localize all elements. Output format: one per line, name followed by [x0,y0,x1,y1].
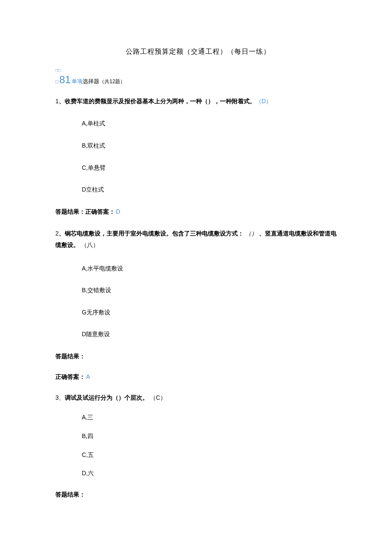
question-1-text: 1、收费车道的费额显示及报价器基本上分为两种，一种（），一种附着式。（D） [55,96,341,106]
option-letter: A, [82,120,87,127]
option-letter: D, [82,470,88,477]
option-letter: B, [82,433,87,439]
option-letter: G [82,309,86,316]
q3-option-b[interactable]: B,四 [82,432,341,441]
option-text: 双柱式 [87,142,105,149]
q3-body: 调试及试运行分为（）个层次。 [65,394,148,401]
option-letter: D [82,186,86,193]
q3-number: 3 [55,394,59,401]
option-letter: A, [82,414,87,421]
q1-option-a[interactable]: A,单柱式 [82,119,341,128]
option-text: 三 [87,414,93,421]
q2-result: 答题结果： [55,352,341,361]
option-text: 无序敷设 [86,309,110,316]
section-header: □ 81 单项 选择题 （共12题） [55,73,341,87]
option-text: 六 [88,470,94,477]
option-text: 立柱式 [86,186,104,193]
q3-sep: 、 [59,394,65,401]
q1-result-label: 答题结果：正确答案： [55,208,115,215]
section-label: 选择题 [83,78,99,85]
q3-option-d[interactable]: D,六 [82,469,341,478]
option-text: 单悬臂 [88,164,106,171]
q3-option-c[interactable]: C,五 [82,451,341,459]
section-number: 81 [59,73,71,87]
option-letter: A, [82,265,87,272]
q2-option-b[interactable]: B,交错敷设 [82,286,341,295]
q1-number: 1 [55,98,59,105]
page-title: 公路工程预算定额（交通工程）（每日一练） [55,47,341,56]
question-2: 2、铜芯电缆敷设，主要用于室外电缆敷设。包含了三种电缆敷设方式： （） 、竖直通… [55,228,341,339]
q2-correct: 正确答案：A [55,373,341,381]
marker-row-1: □□ [55,68,341,73]
q2-body1: 铜芯电缆敷设，主要用于室外电缆敷设。包含了三种电缆敷设方式： [65,230,244,237]
q1-options: A,单柱式 B,双柱式 C,单悬臂 D立柱式 [55,119,341,194]
q2-hint: （八） [81,241,99,248]
option-text: 随意敷设 [86,331,110,337]
option-text: 五 [88,451,94,458]
option-letter: B, [82,287,87,293]
option-text: 交错敷设 [87,287,111,293]
q3-options: A,三 B,四 C,五 D,六 [55,413,341,477]
question-1: 1、收费车道的费额显示及报价器基本上分为两种，一种（），一种附着式。（D） A,… [55,96,341,194]
q1-option-d[interactable]: D立柱式 [82,186,341,194]
option-text: 水平电缆敷设 [87,265,123,272]
section-prefix: 单项 [72,78,83,85]
q1-sep: 、 [59,98,65,105]
q2-options: A,水平电缆敷设 B,交错敷设 G无序敷设 D随意敷设 [55,264,341,339]
q1-answer: D [116,208,120,215]
option-text: 单柱式 [87,120,105,127]
q3-result: 答题结果： [55,491,341,499]
q1-body: 收费车道的费额显示及报价器基本上分为两种，一种（），一种附着式。 [65,98,256,105]
option-text: 四 [87,433,93,439]
q1-hint: （D） [256,98,272,105]
q3-hint: （C） [150,394,166,401]
q3-option-a[interactable]: A,三 [82,413,341,422]
option-letter: B, [82,142,87,149]
q2-sep: 、 [59,230,65,237]
q2-answer: A [86,373,90,380]
option-letter: C, [82,164,88,171]
q2-number: 2 [55,230,59,237]
marker-box-icon: □ [55,78,58,85]
option-letter: D [82,331,86,337]
option-letter: C, [82,451,88,458]
q2-option-c[interactable]: G无序敷设 [82,308,341,317]
q2-option-a[interactable]: A,水平电缆敷设 [82,264,341,273]
q2-option-d[interactable]: D随意敷设 [82,330,341,339]
question-3-text: 3、调试及试运行分为（）个层次。 （C） [55,393,341,402]
section-count: （共12题） [99,78,125,85]
q2-blank: （） [245,230,257,237]
question-2-text: 2、铜芯电缆敷设，主要用于室外电缆敷设。包含了三种电缆敷设方式： （） 、竖直通… [55,228,341,250]
question-3: 3、调试及试运行分为（）个层次。 （C） A,三 B,四 C,五 D,六 [55,393,341,478]
q2-correct-label: 正确答案： [55,373,85,380]
q1-result: 答题结果：正确答案：D [55,208,341,216]
q1-option-c[interactable]: C,单悬臂 [82,164,341,172]
q1-option-b[interactable]: B,双柱式 [82,142,341,150]
